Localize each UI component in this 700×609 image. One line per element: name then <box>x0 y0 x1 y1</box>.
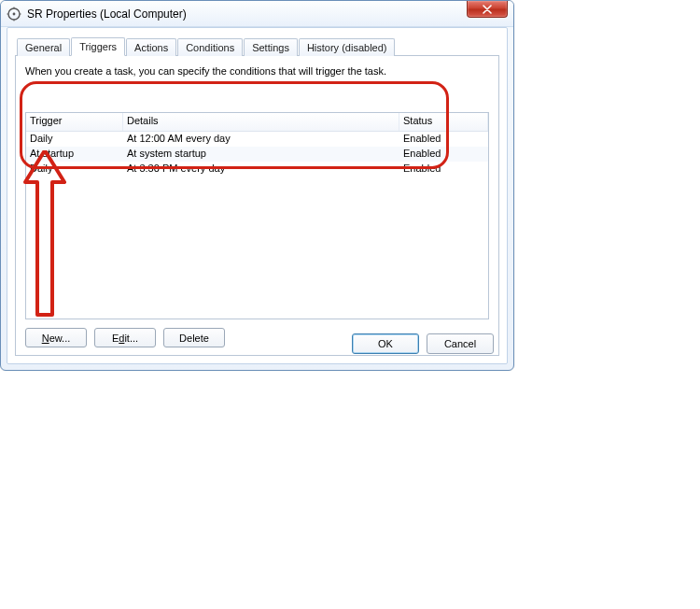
new-button[interactable]: New... <box>25 328 87 347</box>
column-header-details[interactable]: Details <box>123 113 399 131</box>
window-title: SR Properties (Local Computer) <box>27 7 187 21</box>
client-area: General Triggers Actions Conditions Sett… <box>7 27 508 364</box>
cell-status: Enabled <box>399 132 488 147</box>
tab-actions[interactable]: Actions <box>126 38 176 56</box>
table-row[interactable]: At startup At system startup Enabled <box>26 147 488 162</box>
tab-conditions[interactable]: Conditions <box>177 38 243 56</box>
triggers-rows: Daily At 12:00 AM every day Enabled At s… <box>26 132 488 177</box>
table-row[interactable]: Daily At 12:00 AM every day Enabled <box>26 132 488 147</box>
app-icon <box>7 7 21 21</box>
close-button[interactable] <box>467 1 508 18</box>
cell-trigger: Daily <box>26 132 123 147</box>
triggers-list[interactable]: Trigger Details Status Daily At 12:00 AM… <box>25 112 489 319</box>
trigger-button-row: New... Edit... Delete <box>25 328 225 347</box>
dialog-button-row: OK Cancel <box>352 333 494 354</box>
edit-button[interactable]: Edit... <box>94 328 156 347</box>
titlebar[interactable]: SR Properties (Local Computer) <box>1 1 513 27</box>
cell-details: At 3:30 PM every day <box>123 162 399 177</box>
description-text: When you create a task, you can specify … <box>25 65 489 77</box>
cell-status: Enabled <box>399 162 488 177</box>
cell-trigger: At startup <box>26 147 123 162</box>
table-row[interactable]: Daily At 3:30 PM every day Enabled <box>26 162 488 177</box>
tab-pane-triggers: When you create a task, you can specify … <box>15 56 499 356</box>
tab-history[interactable]: History (disabled) <box>299 38 396 56</box>
cell-trigger: Daily <box>26 162 123 177</box>
dialog-window: SR Properties (Local Computer) General T… <box>0 0 514 371</box>
column-header-trigger[interactable]: Trigger <box>26 113 123 131</box>
close-icon <box>483 5 492 14</box>
cell-details: At 12:00 AM every day <box>123 132 399 147</box>
delete-button[interactable]: Delete <box>163 328 225 347</box>
triggers-list-header: Trigger Details Status <box>26 113 488 132</box>
new-button-label: ew... <box>49 333 71 344</box>
cancel-button[interactable]: Cancel <box>427 333 494 354</box>
tab-general[interactable]: General <box>17 38 70 56</box>
ok-button[interactable]: OK <box>352 333 419 354</box>
tab-triggers[interactable]: Triggers <box>71 37 125 56</box>
svg-point-1 <box>13 12 16 15</box>
tab-strip: General Triggers Actions Conditions Sett… <box>15 35 499 56</box>
cell-status: Enabled <box>399 147 488 162</box>
column-header-status[interactable]: Status <box>399 113 488 131</box>
cell-details: At system startup <box>123 147 399 162</box>
tab-settings[interactable]: Settings <box>244 38 298 56</box>
